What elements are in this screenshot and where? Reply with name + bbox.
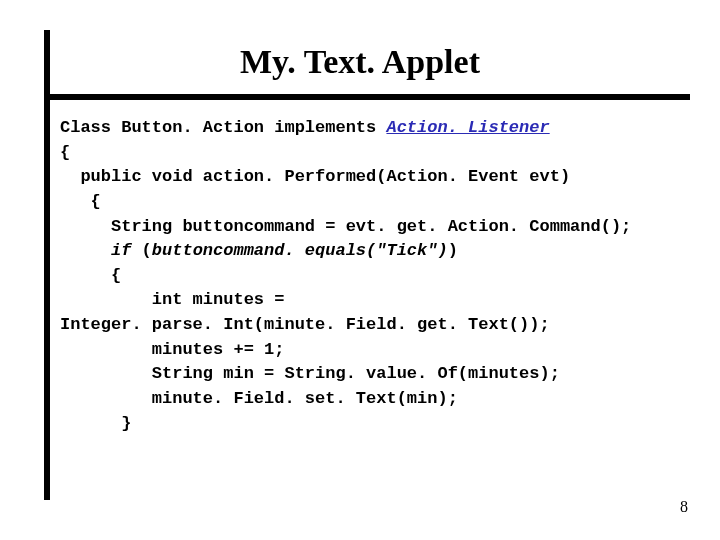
code-line-11: String min = String. value. Of(minutes); [60,364,560,383]
code-line-12: minute. Field. set. Text(min); [60,389,458,408]
title-container: My. Text. Applet [0,44,720,80]
code-line-6e: ) [448,241,458,260]
code-line-5: String buttoncommand = evt. get. Action.… [60,217,631,236]
code-condition: buttoncommand. equals("Tick") [152,241,448,260]
vertical-rule [44,30,50,500]
code-line-10: minutes += 1; [60,340,284,359]
page-title: My. Text. Applet [0,44,720,80]
code-line-7: { [60,266,121,285]
code-interface: Action. Listener [386,118,549,137]
code-line-4: { [60,192,101,211]
code-line-2: { [60,143,70,162]
code-line-1a: Class Button. Action implements [60,118,386,137]
code-line-6a [60,241,111,260]
horizontal-rule [44,94,690,100]
code-line-13: } [60,414,131,433]
code-line-6c: ( [131,241,151,260]
code-keyword-if: if [111,241,131,260]
code-block: Class Button. Action implements Action. … [60,116,690,436]
page-number: 8 [680,498,688,516]
slide: My. Text. Applet Class Button. Action im… [0,0,720,540]
code-line-9: Integer. parse. Int(minute. Field. get. … [60,315,550,334]
code-line-8: int minutes = [60,290,284,309]
code-line-3: public void action. Performed(Action. Ev… [60,167,570,186]
